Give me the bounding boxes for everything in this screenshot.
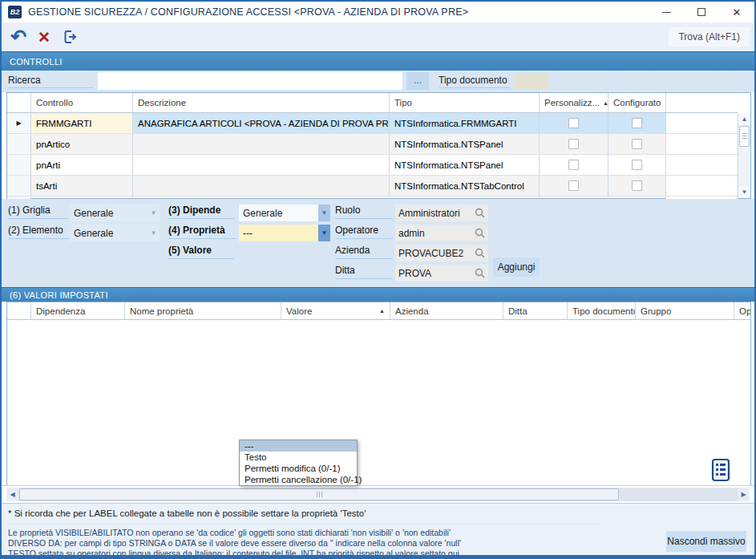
scroll-up-icon[interactable]: ▲ [738, 113, 750, 125]
row-selector[interactable] [7, 176, 31, 196]
cell-configurato [608, 176, 666, 196]
exit-button[interactable] [58, 26, 82, 48]
maximize-button[interactable] [684, 2, 719, 22]
chevron-down-icon: ▼ [318, 205, 330, 221]
cell-controllo[interactable]: tsArti [31, 176, 133, 196]
tipo-documento-field[interactable] [515, 73, 548, 89]
valori-section-header: (6) VALORI IMPOSTATI [2, 287, 754, 302]
search-icon[interactable] [475, 208, 485, 218]
personalizzato-checkbox[interactable] [568, 118, 579, 128]
table-row[interactable]: tsArti NTSInformatica.NTSTabControl [7, 176, 738, 196]
column-header-tipo[interactable]: Tipo [390, 93, 540, 112]
ruolo-label: Ruolo [335, 205, 393, 219]
footer-note-label: * Si ricorda che per LABEL collegate a t… [8, 508, 366, 518]
scroll-right-icon[interactable]: ▶ [738, 488, 750, 501]
delete-button[interactable]: ✕ [32, 26, 56, 48]
row-selector[interactable] [7, 155, 31, 175]
undo-button[interactable]: ↶ [6, 26, 30, 48]
column-header-ditta[interactable]: Ditta [503, 302, 568, 319]
cell-controllo[interactable]: pnArti [31, 155, 133, 175]
griglia-combobox[interactable]: Generale▼ [70, 205, 160, 221]
personalizzato-checkbox[interactable] [568, 180, 579, 191]
cell-tipo[interactable]: NTSInformatica.NTSPanel [390, 155, 540, 175]
cell-tipo[interactable]: NTSInformatica.NTSPanel [390, 134, 540, 154]
column-header-controllo[interactable]: Controllo [31, 93, 133, 112]
scroll-left-icon[interactable]: ◀ [6, 488, 18, 501]
proprieta-combobox[interactable]: ---▼ [239, 225, 330, 241]
azienda-lookup-field[interactable]: PROVACUBE2 [395, 245, 488, 261]
scrollbar-thumb[interactable] [739, 126, 750, 147]
ellipsis-button[interactable]: ... [406, 72, 429, 90]
cell-tipo[interactable]: NTSInformatica.FRMMGARTI [390, 113, 540, 133]
column-header-gruppo[interactable]: Gruppo [636, 302, 734, 319]
cell-descrizione[interactable] [133, 176, 390, 196]
scroll-down-icon[interactable]: ▼ [738, 186, 750, 198]
grid-vertical-scrollbar[interactable]: ▲ ▼ [738, 113, 750, 198]
footer: * Si ricorda che per LABEL collegate a t… [2, 503, 754, 555]
operatore-lookup-field[interactable]: admin [395, 225, 488, 241]
row-selector[interactable] [7, 134, 31, 154]
dropdown-option-3[interactable]: Permetti cancellazione (0/-1) [240, 474, 357, 485]
cell-descrizione[interactable] [133, 134, 390, 154]
grid-view-button[interactable] [710, 458, 731, 482]
configurato-checkbox[interactable] [632, 139, 642, 149]
aggiungi-button[interactable]: Aggiungi [493, 257, 540, 277]
nascondi-massivo-button[interactable]: Nascondi massivo [666, 531, 746, 552]
window-title: GESTIONE SICUREZZA / CONFIGURAZIONE ACCE… [28, 6, 468, 18]
proprieta-dropdown-list: --- Testo Permetti modifica (0/-1) Perme… [239, 440, 358, 486]
find-shortcut-label[interactable]: Trova (Alt+F1) [669, 27, 750, 47]
close-button[interactable]: ✕ [719, 2, 754, 22]
table-row[interactable]: pnArti NTSInformatica.NTSPanel [7, 155, 738, 176]
search-input[interactable] [98, 72, 402, 90]
column-header-tipo-documento[interactable]: Tipo documento [568, 302, 636, 319]
cell-controllo[interactable]: pnArtico [31, 134, 133, 154]
minimize-button[interactable] [649, 2, 684, 22]
ditta-lookup-field[interactable]: PROVA [395, 265, 488, 282]
configurato-checkbox[interactable] [632, 118, 642, 128]
cell-filler [666, 134, 738, 154]
personalizzato-checkbox[interactable] [568, 160, 579, 170]
cell-tipo[interactable]: NTSInformatica.NTSTabControl [390, 176, 540, 196]
exit-door-icon [62, 29, 78, 45]
table-row[interactable]: ▶ FRMMGARTI ANAGRAFICA ARTICOLI <PROVA -… [7, 113, 738, 134]
column-header-descrizione[interactable]: Descrizione [133, 93, 390, 112]
column-header-dipendenza[interactable]: Dipendenza [31, 302, 125, 319]
dropdown-option-2[interactable]: Permetti modifica (0/-1) [240, 463, 357, 474]
row-selector-header [7, 302, 31, 319]
search-icon[interactable] [475, 248, 485, 258]
valore-label: (5) Valore [168, 245, 234, 259]
cell-configurato [608, 134, 666, 154]
ditta-label: Ditta [335, 265, 393, 279]
column-header-operatore[interactable]: Ope [734, 302, 750, 319]
personalizzato-checkbox[interactable] [568, 139, 579, 149]
cell-descrizione[interactable]: ANAGRAFICA ARTICOLI <PROVA - AZIENDA DI … [133, 113, 390, 133]
column-header-nome-proprieta[interactable]: Nome proprietà [125, 302, 281, 319]
dropdown-option-1[interactable]: Testo [240, 452, 357, 463]
horizontal-scrollbar[interactable]: ◀ ▶ [2, 485, 754, 503]
elemento-combobox[interactable]: Generale▼ [70, 225, 160, 241]
cell-descrizione[interactable] [133, 155, 390, 175]
configurato-checkbox[interactable] [632, 160, 642, 170]
valori-header-label: (6) VALORI IMPOSTATI [10, 290, 108, 300]
ruolo-lookup-field[interactable]: Amministratori [395, 205, 488, 221]
cell-filler [666, 113, 738, 133]
column-header-configurato[interactable]: Configurato [608, 93, 666, 112]
cell-configurato [608, 113, 666, 133]
search-icon[interactable] [475, 228, 485, 238]
table-row[interactable]: pnArtico NTSInformatica.NTSPanel [7, 134, 738, 155]
configuration-form: (1) Griglia Generale▼ (2) Elemento Gener… [2, 199, 754, 287]
configurato-checkbox[interactable] [632, 180, 642, 191]
dipende-combobox[interactable]: Generale▼ [239, 205, 330, 221]
chevron-down-icon: ▼ [148, 225, 160, 241]
search-icon[interactable] [475, 268, 485, 278]
column-header-valore[interactable]: Valore▲ [281, 302, 390, 319]
valori-table-header: Dipendenza Nome proprietà Valore▲ Aziend… [6, 302, 751, 320]
app-window: B2 GESTIONE SICUREZZA / CONFIGURAZIONE A… [0, 0, 756, 559]
column-header-personalizzato[interactable]: Personalizz...▲ [540, 93, 608, 112]
column-header-azienda[interactable]: Azienda [390, 302, 503, 319]
dropdown-option-0[interactable]: --- [240, 440, 357, 452]
cell-personalizzato [540, 134, 608, 154]
cell-controllo[interactable]: FRMMGARTI [31, 113, 133, 133]
list-icon [711, 458, 730, 482]
scrollbar-thumb[interactable] [19, 488, 619, 500]
